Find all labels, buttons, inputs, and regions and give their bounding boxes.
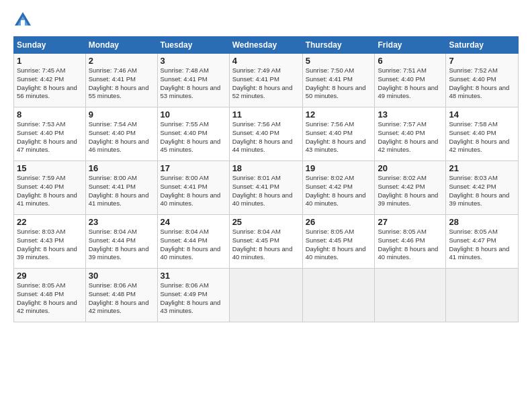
calendar-cell: 8Sunrise: 7:53 AMSunset: 4:40 PMDaylight…	[14, 107, 86, 161]
day-detail: Sunrise: 7:53 AMSunset: 4:40 PMDaylight:…	[17, 120, 83, 154]
day-number: 12	[306, 109, 372, 120]
day-detail: Sunrise: 8:04 AMSunset: 4:45 PMDaylight:…	[232, 228, 300, 262]
day-number: 14	[449, 109, 515, 120]
day-detail: Sunrise: 7:49 AMSunset: 4:41 PMDaylight:…	[232, 66, 300, 101]
calendar-cell: 19Sunrise: 8:02 AMSunset: 4:42 PMDayligh…	[302, 161, 375, 215]
day-number: 25	[232, 217, 300, 227]
calendar-cell: 27Sunrise: 8:05 AMSunset: 4:46 PMDayligh…	[375, 215, 446, 269]
day-number: 23	[89, 217, 154, 227]
day-number: 11	[232, 109, 300, 120]
day-detail: Sunrise: 8:01 AMSunset: 4:41 PMDaylight:…	[232, 174, 300, 208]
calendar-cell: 18Sunrise: 8:01 AMSunset: 4:41 PMDayligh…	[229, 161, 302, 215]
calendar-cell: 5Sunrise: 7:50 AMSunset: 4:41 PMDaylight…	[302, 54, 375, 107]
day-number: 31	[161, 271, 226, 281]
day-number: 5	[306, 56, 372, 66]
calendar-table: SundayMondayTuesdayWednesdayThursdayFrid…	[13, 36, 519, 322]
day-number: 13	[378, 109, 443, 120]
day-number: 10	[161, 109, 226, 120]
header-cell-wednesday: Wednesday	[229, 37, 302, 54]
header-cell-sunday: Sunday	[14, 37, 86, 54]
calendar-cell: 7Sunrise: 7:52 AMSunset: 4:40 PMDaylight…	[446, 54, 519, 107]
logo	[13, 11, 35, 30]
calendar-cell: 24Sunrise: 8:04 AMSunset: 4:44 PMDayligh…	[157, 215, 229, 269]
day-detail: Sunrise: 8:00 AMSunset: 4:41 PMDaylight:…	[89, 174, 154, 208]
day-number: 9	[89, 109, 154, 120]
day-detail: Sunrise: 7:48 AMSunset: 4:41 PMDaylight:…	[161, 66, 226, 101]
day-detail: Sunrise: 8:05 AMSunset: 4:45 PMDaylight:…	[306, 228, 372, 262]
logo-icon	[13, 11, 32, 30]
day-detail: Sunrise: 8:02 AMSunset: 4:42 PMDaylight:…	[306, 174, 372, 208]
day-detail: Sunrise: 8:06 AMSunset: 4:49 PMDaylight:…	[161, 281, 226, 316]
day-detail: Sunrise: 7:50 AMSunset: 4:41 PMDaylight:…	[306, 66, 372, 101]
day-number: 19	[306, 163, 372, 173]
header-cell-monday: Monday	[85, 37, 157, 54]
day-number: 18	[232, 163, 300, 173]
calendar-cell: 1Sunrise: 7:45 AMSunset: 4:42 PMDaylight…	[14, 54, 86, 107]
day-detail: Sunrise: 8:02 AMSunset: 4:42 PMDaylight:…	[378, 174, 443, 208]
day-detail: Sunrise: 7:54 AMSunset: 4:40 PMDaylight:…	[89, 120, 154, 154]
day-detail: Sunrise: 7:56 AMSunset: 4:40 PMDaylight:…	[232, 120, 300, 154]
calendar-row-1: 1Sunrise: 7:45 AMSunset: 4:42 PMDaylight…	[14, 54, 519, 107]
calendar-cell: 16Sunrise: 8:00 AMSunset: 4:41 PMDayligh…	[85, 161, 157, 215]
calendar-cell: 21Sunrise: 8:03 AMSunset: 4:42 PMDayligh…	[446, 161, 519, 215]
day-detail: Sunrise: 7:45 AMSunset: 4:42 PMDaylight:…	[17, 66, 83, 101]
calendar-row-3: 15Sunrise: 7:59 AMSunset: 4:40 PMDayligh…	[14, 161, 519, 215]
day-number: 22	[17, 217, 83, 227]
calendar-cell: 3Sunrise: 7:48 AMSunset: 4:41 PMDaylight…	[157, 54, 229, 107]
calendar-cell	[229, 269, 302, 322]
calendar-row-5: 29Sunrise: 8:05 AMSunset: 4:48 PMDayligh…	[14, 269, 519, 322]
day-detail: Sunrise: 7:58 AMSunset: 4:40 PMDaylight:…	[449, 120, 515, 154]
calendar-cell: 13Sunrise: 7:57 AMSunset: 4:40 PMDayligh…	[375, 107, 446, 161]
day-number: 6	[378, 56, 443, 66]
day-detail: Sunrise: 8:03 AMSunset: 4:43 PMDaylight:…	[17, 228, 83, 262]
day-number: 7	[449, 56, 515, 66]
day-number: 17	[161, 163, 226, 173]
day-detail: Sunrise: 8:06 AMSunset: 4:48 PMDaylight:…	[89, 281, 154, 316]
day-detail: Sunrise: 7:59 AMSunset: 4:40 PMDaylight:…	[17, 174, 83, 208]
day-number: 15	[17, 163, 83, 173]
calendar-cell: 20Sunrise: 8:02 AMSunset: 4:42 PMDayligh…	[375, 161, 446, 215]
day-number: 4	[232, 56, 300, 66]
day-number: 21	[449, 163, 515, 173]
day-detail: Sunrise: 8:04 AMSunset: 4:44 PMDaylight:…	[89, 228, 154, 262]
page: SundayMondayTuesdayWednesdayThursdayFrid…	[0, 0, 532, 411]
day-detail: Sunrise: 8:04 AMSunset: 4:44 PMDaylight:…	[161, 228, 226, 262]
calendar-cell: 28Sunrise: 8:05 AMSunset: 4:47 PMDayligh…	[446, 215, 519, 269]
day-number: 27	[378, 217, 443, 227]
day-number: 3	[161, 56, 226, 66]
calendar-cell: 23Sunrise: 8:04 AMSunset: 4:44 PMDayligh…	[85, 215, 157, 269]
calendar-cell: 4Sunrise: 7:49 AMSunset: 4:41 PMDaylight…	[229, 54, 302, 107]
calendar-cell	[375, 269, 446, 322]
day-detail: Sunrise: 8:05 AMSunset: 4:48 PMDaylight:…	[17, 281, 83, 316]
day-number: 30	[89, 271, 154, 281]
day-detail: Sunrise: 7:52 AMSunset: 4:40 PMDaylight:…	[449, 66, 515, 101]
calendar-cell: 26Sunrise: 8:05 AMSunset: 4:45 PMDayligh…	[302, 215, 375, 269]
calendar-cell	[302, 269, 375, 322]
day-detail: Sunrise: 7:51 AMSunset: 4:40 PMDaylight:…	[378, 66, 443, 101]
day-detail: Sunrise: 8:05 AMSunset: 4:46 PMDaylight:…	[378, 228, 443, 262]
calendar-cell: 6Sunrise: 7:51 AMSunset: 4:40 PMDaylight…	[375, 54, 446, 107]
header	[13, 11, 519, 30]
calendar-cell: 25Sunrise: 8:04 AMSunset: 4:45 PMDayligh…	[229, 215, 302, 269]
calendar-cell: 15Sunrise: 7:59 AMSunset: 4:40 PMDayligh…	[14, 161, 86, 215]
calendar-cell: 29Sunrise: 8:05 AMSunset: 4:48 PMDayligh…	[14, 269, 86, 322]
day-detail: Sunrise: 8:03 AMSunset: 4:42 PMDaylight:…	[449, 174, 515, 208]
calendar-cell	[446, 269, 519, 322]
day-number: 29	[17, 271, 83, 281]
calendar-cell: 22Sunrise: 8:03 AMSunset: 4:43 PMDayligh…	[14, 215, 86, 269]
header-cell-friday: Friday	[375, 37, 446, 54]
calendar-cell: 2Sunrise: 7:46 AMSunset: 4:41 PMDaylight…	[85, 54, 157, 107]
day-detail: Sunrise: 7:55 AMSunset: 4:40 PMDaylight:…	[161, 120, 226, 154]
calendar-cell: 31Sunrise: 8:06 AMSunset: 4:49 PMDayligh…	[157, 269, 229, 322]
day-number: 16	[89, 163, 154, 173]
calendar-cell: 12Sunrise: 7:56 AMSunset: 4:40 PMDayligh…	[302, 107, 375, 161]
calendar-cell: 9Sunrise: 7:54 AMSunset: 4:40 PMDaylight…	[85, 107, 157, 161]
header-cell-tuesday: Tuesday	[157, 37, 229, 54]
header-cell-saturday: Saturday	[446, 37, 519, 54]
day-number: 28	[449, 217, 515, 227]
day-number: 2	[89, 56, 154, 66]
calendar-cell: 30Sunrise: 8:06 AMSunset: 4:48 PMDayligh…	[85, 269, 157, 322]
header-row: SundayMondayTuesdayWednesdayThursdayFrid…	[14, 37, 519, 54]
day-number: 8	[17, 109, 83, 120]
day-detail: Sunrise: 8:00 AMSunset: 4:41 PMDaylight:…	[161, 174, 226, 208]
